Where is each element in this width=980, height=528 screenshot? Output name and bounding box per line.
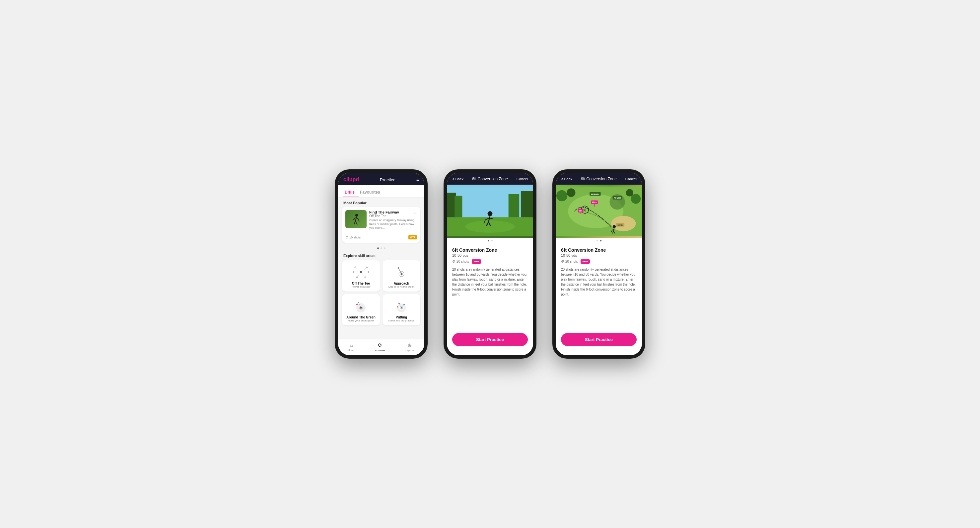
drill-header-title: 6ft Conversion Zone [472,177,508,181]
drill-content: 6ft Conversion Zone 10-50 yds ⏱ 20 shots… [556,243,642,330]
explore-label: Explore skill areas [338,251,424,259]
tabs-bar: Drills Favourites [338,185,424,198]
phone1-header: clippd Practice ≡ [338,173,424,185]
skill-icon-ott [351,264,371,280]
svg-line-11 [361,272,365,277]
back-button[interactable]: < Back [561,177,572,181]
svg-rect-42 [455,196,462,217]
svg-point-17 [368,271,369,273]
skill-card-atg[interactable]: Around The Green Hone your short game [342,294,380,325]
ott-diagram [352,265,370,279]
svg-line-1 [355,217,356,221]
skill-card-ott[interactable]: Off The Tee Power accuracy [342,260,380,292]
dot-2 [600,240,601,241]
start-practice-button[interactable]: Start Practice [561,333,636,346]
home-indicator [477,348,503,349]
shots-count: ⏱ 20 shots [561,260,578,263]
card-info: Find The Fairway Off The Tee Create an i… [369,210,417,230]
svg-line-8 [355,267,361,272]
bottom-nav: ⌂ Home ⟳ Activities ⊕ Capture [338,339,424,355]
start-practice-button[interactable]: Start Practice [452,333,528,346]
scroll-content: Most Popular [338,198,424,339]
card-description: Create an imaginary fairway using trees … [369,219,417,230]
app-logo: clippd [344,177,359,183]
svg-point-46 [465,220,515,233]
featured-drill-card[interactable]: Find The Fairway Off The Tee Create an i… [342,207,420,243]
svg-rect-43 [521,191,533,217]
skill-desc-atg: Hone your short game [348,319,374,322]
card-title: Find The Fairway [369,210,417,214]
svg-point-16 [353,271,354,273]
svg-point-63 [584,209,586,211]
carousel-dots [338,246,424,251]
svg-point-24 [398,267,399,269]
phone2-header: < Back 6ft Conversion Zone Cancel [447,173,533,185]
drill-details: 6ft Conversion Zone 10-50 yds ⏱ 20 shots… [556,243,642,301]
card-image [345,210,367,228]
drill-header-title: 6ft Conversion Zone [581,177,617,181]
phone3-header: < Back 6ft Conversion Zone Cancel [556,173,642,185]
svg-text:SAND: SAND [617,224,623,226]
category-badge: OTT [408,235,417,239]
svg-line-6 [358,219,359,222]
svg-line-3 [355,221,357,225]
drill-content: 6ft Conversion Zone 10-50 yds ⏱ 20 shots… [447,243,533,330]
menu-icon[interactable]: ≡ [416,177,419,182]
cancel-button[interactable]: Cancel [517,177,528,181]
svg-line-4 [353,218,355,220]
nav-activities-label: Activities [375,349,385,352]
favourite-icon[interactable]: ☆ [414,210,417,215]
dot-1 [597,240,598,241]
svg-point-14 [355,266,356,268]
svg-line-2 [354,221,355,225]
drill-image-photo [447,185,533,238]
phone-2: < Back 6ft Conversion Zone Cancel [444,169,536,359]
tab-drills[interactable]: Drills [344,188,359,197]
svg-text:Hit: Hit [579,209,582,212]
nav-capture-label: Capture [405,349,414,352]
phone-1: clippd Practice ≡ Drills Favourites Most… [335,169,428,359]
skill-desc-ott: Power accuracy [352,285,371,288]
skill-areas-grid: Off The Tee Power accuracy [338,259,424,329]
skill-title-approach: Approach [394,282,409,285]
svg-text:ROUGH: ROUGH [614,197,621,199]
header-title: Practice [380,177,395,182]
skill-icon-putting [391,298,411,314]
home-icon: ⌂ [350,342,353,348]
drill-title: 6ft Conversion Zone [561,247,636,253]
phone-3: < Back 6ft Conversion Zone Cancel [552,169,645,359]
nav-capture[interactable]: ⊕ Capture [405,342,414,352]
shots-count: ⏱ 10 shots [345,236,361,239]
svg-point-57 [556,190,567,201]
nav-home[interactable]: ⌂ Home [348,342,355,352]
skill-card-approach[interactable]: Approach Dial-in to hit the green [382,260,420,292]
tab-favourites[interactable]: Favourites [359,188,384,197]
svg-point-15 [366,266,368,268]
svg-point-0 [355,214,358,217]
golfer-icon [349,212,363,226]
card-subtitle: Off The Tee [369,214,417,218]
dot-2 [491,240,493,241]
shots-row: ⏱ 20 shots ARG [561,259,636,264]
golf-photo-svg [447,185,533,238]
home-indicator [585,348,612,349]
category-badge: ARG [581,259,590,264]
svg-line-10 [357,272,361,277]
svg-point-58 [566,188,575,197]
svg-line-9 [361,267,367,272]
nav-activities[interactable]: ⟳ Activities [375,342,385,352]
skill-desc-putting: Make and lag practice [388,319,414,322]
skill-desc-approach: Dial-in to hit the green [388,285,414,288]
most-popular-label: Most Popular [338,198,424,207]
atg-diagram [352,298,370,313]
drill-description: 20 shots are randomly generated at dista… [452,267,528,297]
svg-point-18 [356,277,358,278]
skill-card-putting[interactable]: Putting Make and lag practice [382,294,420,325]
category-badge: ARG [472,259,481,264]
back-button[interactable]: < Back [452,177,463,181]
drill-range: 10-50 yds [452,254,528,257]
drill-image-map: Miss Hit FAIRWAY ROUGH SAND [556,185,642,238]
start-practice-area: Start Practice [447,330,533,355]
dot-3 [384,247,385,249]
cancel-button[interactable]: Cancel [625,177,636,181]
